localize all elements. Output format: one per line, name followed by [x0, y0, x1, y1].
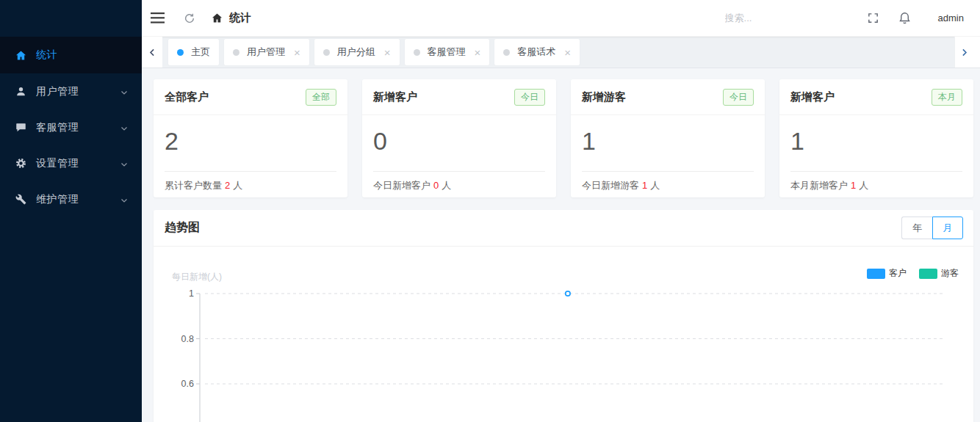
tab-scroll-left-button[interactable] — [142, 37, 162, 68]
top-header: 统计 admin — [142, 0, 980, 37]
stat-card-value: 1 — [571, 115, 765, 161]
chat-icon — [15, 122, 26, 134]
footer-unit: 人 — [233, 180, 242, 191]
stat-card-footer: 今日新增客户0人 — [362, 172, 556, 200]
status-badge: 今日 — [723, 89, 754, 106]
footer-unit: 人 — [859, 180, 868, 191]
username[interactable]: admin — [938, 12, 964, 23]
tab-label: 客服话术 — [517, 46, 555, 59]
sidebar-item-label: 客服管理 — [36, 121, 120, 134]
close-icon[interactable]: × — [564, 47, 571, 58]
sidebar-item-stats[interactable]: 统计 — [0, 37, 142, 73]
tab-user-groups[interactable]: 用户分组 × — [314, 39, 400, 65]
tab-dot — [233, 49, 239, 56]
range-button-group: 年 月 — [901, 217, 963, 239]
chevron-down-icon — [120, 195, 129, 204]
footer-number: 1 — [851, 180, 856, 191]
footer-text: 今日新增客户 — [373, 180, 430, 191]
stat-card-title: 新增客户 — [373, 90, 417, 104]
trend-chart-card: 趋势图 年 月 每日新增(人) 客户 游客 — [154, 210, 973, 422]
app-window: 统计 用户管理 客服管理 设置管理 — [0, 0, 980, 422]
tab-home[interactable]: 主页 — [168, 39, 219, 65]
sidebar-item-maintenance-management[interactable]: 维护管理 — [0, 181, 142, 217]
trend-line-chart: 10.80.6 — [154, 247, 973, 422]
status-badge: 全部 — [306, 89, 336, 106]
sidebar-item-service-management[interactable]: 客服管理 — [0, 109, 142, 145]
footer-unit: 人 — [442, 180, 451, 191]
tab-dot — [414, 49, 420, 56]
stat-card-header: 新增客户 本月 — [779, 79, 973, 115]
range-month-button[interactable]: 月 — [932, 217, 963, 239]
tab-service-management[interactable]: 客服管理 × — [405, 39, 490, 65]
bell-icon[interactable] — [898, 11, 912, 25]
tab-dot — [503, 49, 510, 56]
stat-card-footer: 今日新增游客1人 — [571, 172, 765, 200]
wrench-icon — [15, 194, 26, 205]
stat-card-header: 全部客户 全部 — [154, 79, 347, 115]
sidebar-item-label: 维护管理 — [36, 193, 120, 206]
tab-user-management[interactable]: 用户管理 × — [224, 39, 309, 65]
stat-card-all-customers: 全部客户 全部 2 累计客户数量2人 — [154, 79, 347, 197]
status-badge: 今日 — [514, 89, 545, 106]
main-content: 全部客户 全部 2 累计客户数量2人 新增客户 今日 0 今日新增客户0人 — [142, 68, 980, 422]
user-icon — [15, 86, 26, 98]
status-badge: 本月 — [932, 89, 962, 106]
gear-icon — [15, 158, 26, 170]
search-input[interactable] — [725, 12, 846, 23]
svg-text:1: 1 — [189, 288, 194, 299]
stat-card-footer: 累计客户数量2人 — [154, 172, 347, 200]
close-icon[interactable]: × — [294, 47, 300, 58]
sidebar-item-label: 设置管理 — [36, 157, 120, 170]
stat-card-new-customers-today: 新增客户 今日 0 今日新增客户0人 — [362, 79, 556, 197]
tab-label: 用户分组 — [337, 46, 375, 59]
tab-dot — [323, 49, 330, 56]
trend-title: 趋势图 — [165, 220, 200, 236]
chevron-down-icon — [120, 123, 129, 132]
stat-card-value: 2 — [154, 115, 347, 161]
sidebar-item-label: 用户管理 — [36, 85, 120, 98]
tab-service-scripts[interactable]: 客服话术 × — [494, 39, 580, 65]
tab-label: 客服管理 — [428, 46, 466, 59]
page-title: 统计 — [229, 11, 251, 25]
svg-text:0.8: 0.8 — [181, 334, 194, 344]
tab-bar-gutter — [973, 37, 980, 68]
stat-card-title: 全部客户 — [165, 90, 209, 104]
tab-scroll-right-button[interactable] — [954, 37, 973, 68]
breadcrumb-home-icon[interactable] — [212, 12, 223, 23]
hamburger-menu-icon[interactable] — [150, 12, 165, 23]
chevron-down-icon — [120, 87, 129, 96]
header-right-cluster: admin — [725, 11, 980, 25]
sidebar: 统计 用户管理 客服管理 设置管理 — [0, 0, 142, 422]
trend-card-header: 趋势图 年 月 — [154, 210, 973, 247]
stat-card-title: 新增客户 — [790, 90, 835, 104]
stat-card-title: 新增游客 — [582, 90, 626, 104]
stat-cards-row: 全部客户 全部 2 累计客户数量2人 新增客户 今日 0 今日新增客户0人 — [154, 79, 973, 197]
svg-text:0.6: 0.6 — [181, 379, 194, 389]
stat-card-new-visitors-today: 新增游客 今日 1 今日新增游客1人 — [571, 79, 765, 197]
footer-unit: 人 — [650, 180, 660, 191]
footer-number: 2 — [225, 180, 230, 191]
tab-bar: 主页 用户管理 × 用户分组 × 客服管理 × 客服话术 × — [142, 37, 980, 68]
home-icon — [15, 49, 26, 61]
stat-card-value: 1 — [779, 115, 973, 161]
tab-dot — [177, 49, 184, 56]
tab-label: 用户管理 — [247, 46, 285, 59]
footer-number: 1 — [642, 180, 647, 191]
stat-card-value: 0 — [362, 115, 556, 161]
stat-card-footer: 本月新增客户1人 — [779, 172, 973, 200]
range-year-button[interactable]: 年 — [901, 217, 932, 239]
sidebar-item-user-management[interactable]: 用户管理 — [0, 73, 142, 109]
stat-card-header: 新增客户 今日 — [362, 79, 556, 115]
close-icon[interactable]: × — [384, 47, 391, 58]
footer-text: 今日新增游客 — [582, 180, 639, 191]
sidebar-item-label: 统计 — [36, 48, 129, 62]
refresh-icon[interactable] — [184, 12, 195, 24]
fullscreen-icon[interactable] — [867, 12, 879, 24]
stat-card-new-customers-month: 新增客户 本月 1 本月新增客户1人 — [779, 79, 973, 197]
chevron-down-icon — [120, 159, 129, 168]
footer-number: 0 — [433, 180, 439, 191]
sidebar-item-settings-management[interactable]: 设置管理 — [0, 145, 142, 181]
tab-label: 主页 — [191, 46, 210, 59]
stat-card-header: 新增游客 今日 — [571, 79, 765, 115]
close-icon[interactable]: × — [475, 47, 481, 58]
